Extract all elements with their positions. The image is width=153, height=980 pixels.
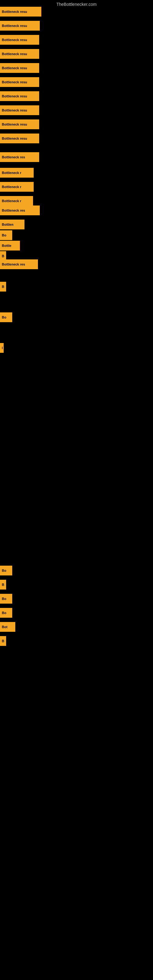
bar-item: Bo (0, 594, 12, 604)
bar-item: Bottlen (0, 220, 24, 229)
bar-item: Bottleneck resu (0, 7, 41, 16)
bar-item: Bottleneck resu (0, 63, 39, 73)
bar-label: Bo (0, 594, 12, 604)
bar-label: Bottleneck r (0, 168, 33, 178)
bar-item: Bot (0, 622, 15, 632)
bar-item: Bo (0, 566, 12, 576)
bar-item: Bottleneck r (0, 168, 33, 178)
bar-label: Bottleneck resu (0, 49, 39, 59)
bar-label: Bottleneck resu (0, 21, 40, 30)
bar-item: Bottleneck res (0, 259, 38, 269)
bar-item: Bottleneck r (0, 182, 33, 192)
bar-item: Bo (0, 608, 12, 618)
bar-label: Bottleneck resu (0, 77, 39, 87)
bar-label: Bottleneck resu (0, 63, 39, 73)
bar-item: Bo (0, 312, 12, 322)
bar-label: Bottleneck r (0, 196, 33, 206)
bar-label: Bo (0, 312, 12, 322)
bar-item: B (0, 580, 6, 590)
bar-label: Bottlen (0, 220, 24, 229)
bar-label: Bottleneck res (0, 259, 38, 269)
bar-label: B (0, 282, 6, 291)
bar-label: Bottleneck resu (0, 7, 41, 16)
bar-label: Bottleneck resu (0, 35, 39, 45)
bar-item: Bo (0, 230, 12, 240)
bar-item: Bottleneck r (0, 196, 33, 206)
bar-label: Bo (0, 566, 12, 576)
bar-item: I (0, 343, 3, 353)
bar-label: Bottleneck resu (0, 105, 39, 115)
bar-item: Bottleneck resu (0, 119, 39, 129)
bar-label: Bot (0, 622, 15, 632)
bar-item: Bottleneck resu (0, 105, 39, 115)
bar-item: Bottleneck resu (0, 35, 39, 45)
bar-item: Bottleneck resu (0, 21, 40, 30)
bar-item: B (0, 636, 6, 646)
bar-label: Bottleneck resu (0, 119, 39, 129)
bar-label: Bo (0, 230, 12, 240)
bar-item: Bottleneck res (0, 205, 40, 215)
bar-item: Bottleneck resu (0, 49, 39, 59)
bar-label: Bottleneck resu (0, 134, 39, 143)
bar-item: Bottleneck resu (0, 77, 39, 87)
bar-label: Bottleneck res (0, 205, 40, 215)
bar-label: Bottleneck resu (0, 91, 39, 101)
bar-label: Bottleneck res (0, 152, 39, 162)
bar-label: B (0, 636, 6, 646)
bar-item: Bottle (0, 241, 20, 250)
bar-label: Bottleneck r (0, 182, 33, 192)
bar-item: Bottleneck resu (0, 91, 39, 101)
bar-item: Bottleneck res (0, 152, 39, 162)
bar-label: Bo (0, 608, 12, 618)
bar-item: B (0, 282, 6, 291)
bar-label: I (0, 343, 4, 353)
bar-label: Bottle (0, 241, 20, 250)
bar-label: B (0, 580, 6, 590)
bar-item: Bottleneck resu (0, 134, 39, 143)
